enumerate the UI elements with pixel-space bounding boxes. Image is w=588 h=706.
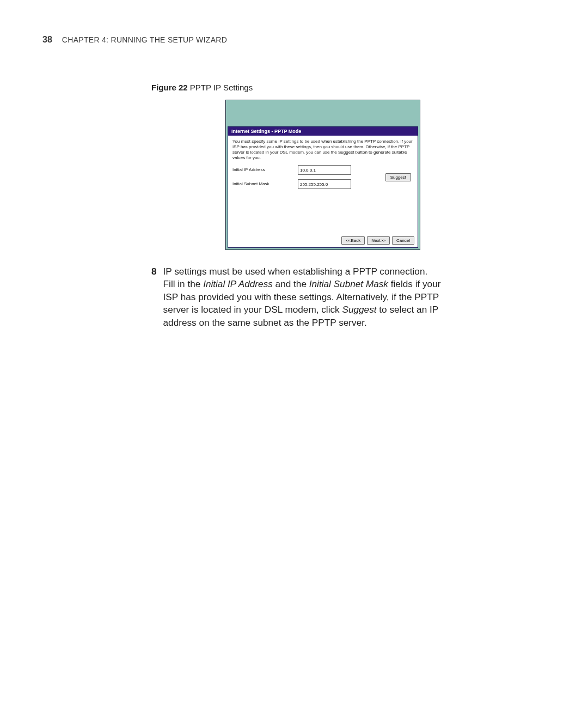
next-button[interactable]: Next>> — [367, 236, 390, 245]
figure-caption: Figure 22 PPTP IP Settings — [151, 83, 546, 92]
ip-address-label: Initial IP Address — [232, 167, 298, 173]
subnet-mask-label: Initial Subnet Mask — [232, 181, 298, 187]
settings-panel: Internet Settings - PPTP Mode You must s… — [228, 126, 418, 248]
chapter-title: CHAPTER 4: RUNNING THE SETUP WIZARD — [62, 35, 227, 44]
suggest-button[interactable]: Suggest — [385, 173, 411, 181]
ip-address-input[interactable] — [298, 165, 351, 175]
back-button[interactable]: <<Back — [341, 236, 365, 245]
step-number: 8 — [151, 265, 157, 278]
step-text: IP settings must be used when establishi… — [163, 265, 442, 329]
running-header: 38 CHAPTER 4: RUNNING THE SETUP WIZARD — [42, 35, 546, 45]
screenshot-pptp-settings: Internet Settings - PPTP Mode You must s… — [225, 100, 420, 250]
step-8: 8 IP settings must be used when establis… — [151, 265, 546, 329]
page-number: 38 — [42, 35, 52, 45]
panel-title: Internet Settings - PPTP Mode — [228, 127, 418, 136]
panel-description: You must specify some IP settings to be … — [232, 139, 413, 161]
subnet-mask-input[interactable] — [298, 179, 351, 189]
cancel-button[interactable]: Cancel — [392, 236, 414, 245]
